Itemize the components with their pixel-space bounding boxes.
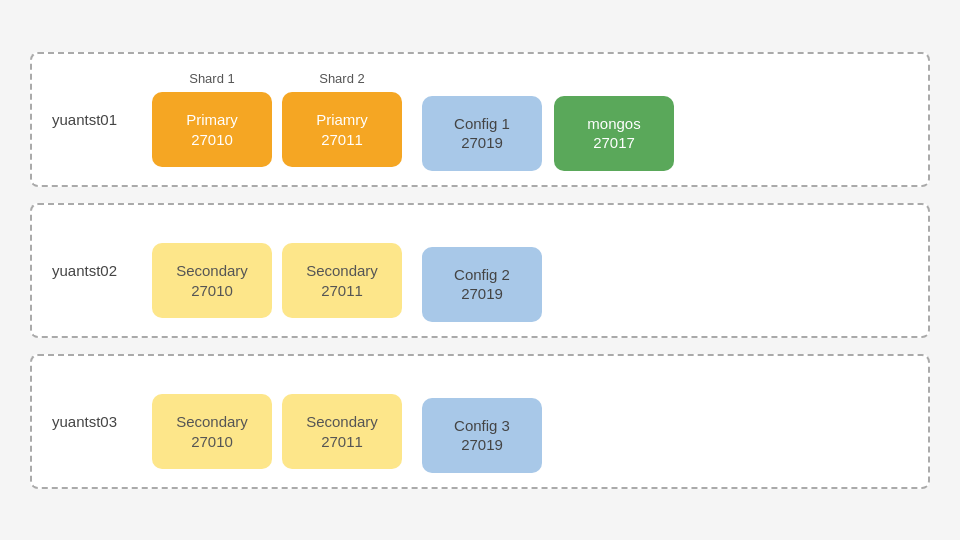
shards-area-yuantst02: Secondary27010Secondary27011 (152, 222, 412, 318)
node-secondary-yellow: Secondary27011 (282, 394, 402, 469)
node-primary-orange: Priamry27011 (282, 92, 402, 167)
node-primary-orange: Primary27010 (152, 92, 272, 167)
server-row-yuantst03: yuantst03Secondary27010Secondary27011Con… (30, 354, 930, 489)
extra-nodes-yuantst01: Config 127019mongos27017 (422, 96, 674, 171)
extra-nodes-yuantst03: Config 327019 (422, 398, 542, 473)
shard-group-yuantst02-0: Secondary27010 (152, 222, 272, 318)
shard-group-yuantst03-1: Secondary27011 (282, 373, 402, 469)
node-config-blue-extra: Config 127019 (422, 96, 542, 171)
diagram: yuantst01Shard 1Primary27010Shard 2Priam… (30, 52, 930, 489)
node-config-blue-extra: Config 227019 (422, 247, 542, 322)
server-label-yuantst03: yuantst03 (52, 413, 152, 430)
shard-label-yuantst01-0: Shard 1 (189, 71, 235, 86)
node-secondary-yellow: Secondary27010 (152, 243, 272, 318)
node-config-blue-extra: Config 327019 (422, 398, 542, 473)
shard-group-yuantst03-0: Secondary27010 (152, 373, 272, 469)
shards-area-yuantst03: Secondary27010Secondary27011 (152, 373, 412, 469)
node-secondary-yellow: Secondary27010 (152, 394, 272, 469)
node-secondary-yellow: Secondary27011 (282, 243, 402, 318)
shard-group-yuantst02-1: Secondary27011 (282, 222, 402, 318)
shard-group-yuantst01-1: Shard 2Priamry27011 (282, 71, 402, 167)
server-label-yuantst02: yuantst02 (52, 262, 152, 279)
shards-area-yuantst01: Shard 1Primary27010Shard 2Priamry27011 (152, 71, 412, 167)
shard-label-yuantst01-1: Shard 2 (319, 71, 365, 86)
node-mongos-green-extra: mongos27017 (554, 96, 674, 171)
shard-group-yuantst01-0: Shard 1Primary27010 (152, 71, 272, 167)
server-row-yuantst02: yuantst02Secondary27010Secondary27011Con… (30, 203, 930, 338)
server-row-yuantst01: yuantst01Shard 1Primary27010Shard 2Priam… (30, 52, 930, 187)
extra-nodes-yuantst02: Config 227019 (422, 247, 542, 322)
server-label-yuantst01: yuantst01 (52, 111, 152, 128)
